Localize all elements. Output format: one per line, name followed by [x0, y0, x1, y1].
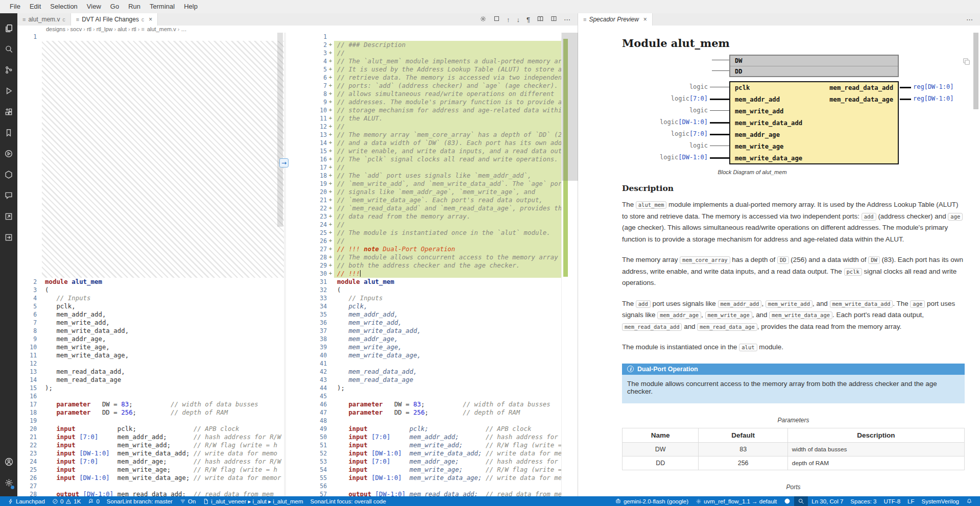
code-line[interactable]: 24+// — [286, 221, 561, 229]
code-line[interactable]: 14 mem_read_data_age — [17, 376, 284, 384]
code-line[interactable]: 35 mem_addr_add, — [286, 310, 561, 319]
code-line[interactable]: 1 — [286, 33, 561, 41]
code-line[interactable]: 16+// The `pclk` signal clocks all read … — [286, 155, 561, 163]
code-line[interactable]: 3( — [17, 286, 284, 294]
code-line[interactable]: 21+// `mem_write_data_age`. Each port's … — [286, 196, 561, 204]
breadcrumb-item[interactable]: rtl — [87, 26, 91, 32]
settings-icon[interactable] — [480, 15, 487, 24]
uvm-flow-config[interactable]: uvm_ref_flow_1.1 → default — [692, 496, 780, 506]
code-line[interactable]: 19+// `mem_write_add`, and `mem_write_da… — [286, 180, 561, 188]
code-line[interactable]: 30+// !!! — [286, 270, 561, 278]
scrollbar-thumb[interactable] — [277, 33, 283, 227]
breadcrumb-item[interactable]: alut — [117, 26, 127, 32]
code-line[interactable]: 53 input [7:0] mem_addr_age; // hash add… — [286, 457, 561, 466]
code-line[interactable]: 40 mem_write_data_age, — [286, 351, 561, 359]
close-icon[interactable]: × — [149, 16, 152, 23]
code-line[interactable]: 46 parameter DW = 83; // width of data b… — [286, 400, 561, 408]
menu-item-terminal[interactable]: Terminal — [145, 0, 179, 13]
code-line[interactable]: 48 — [286, 417, 561, 425]
scrollbar-thumb[interactable] — [562, 33, 578, 181]
code-line[interactable]: 14+// and a data width of `DW` (83). Eac… — [286, 139, 561, 147]
code-line[interactable]: 23+// data read from the memory array. — [286, 212, 561, 221]
breadcrumb-item[interactable]: rtl — [132, 26, 136, 32]
sonarlint-toggle[interactable]: On — [176, 496, 199, 506]
code-line[interactable]: 12+// — [286, 123, 561, 131]
code-line[interactable]: 38 mem_addr_age, — [286, 335, 561, 343]
dvt-verification-icon[interactable] — [0, 164, 17, 185]
more-actions-icon[interactable]: ⋯ — [966, 13, 980, 26]
tab-alut-mem[interactable]: ≡ alut_mem.v c — [17, 13, 71, 26]
code-line[interactable]: 56 — [286, 482, 561, 490]
code-line[interactable]: 18 parameter DD = 256; // depth of RAM — [17, 408, 284, 417]
menu-item-run[interactable]: Run — [124, 0, 145, 13]
code-line[interactable]: 13 mem_read_data_add, — [17, 368, 284, 376]
code-line[interactable]: 15+// write enable, and write data input… — [286, 147, 561, 155]
whitespace-icon[interactable]: ¶ — [527, 16, 530, 23]
code-line[interactable]: 16 — [17, 392, 284, 400]
search-icon[interactable] — [0, 38, 17, 59]
code-line[interactable]: 2+// ### Description — [286, 41, 561, 49]
dvt-flow-icon[interactable] — [0, 227, 17, 248]
menu-item-help[interactable]: Help — [179, 0, 202, 13]
code-line[interactable]: 11+// the ALUT. — [286, 114, 561, 123]
code-line[interactable]: 10+// storage mechanism for address and … — [286, 106, 561, 114]
ai-model-indicator[interactable]: gemini-2.0-flash (google) — [611, 496, 692, 506]
sonarlint-focus[interactable]: SonarLint focus: overall code — [307, 496, 390, 506]
code-line[interactable]: 47 parameter DD = 256; // depth of RAM — [286, 408, 561, 417]
code-line[interactable]: 23 input [DW-1:0] mem_write_data_add; //… — [17, 449, 284, 457]
code-line[interactable]: 27+// !!! note Dual-Port Operation — [286, 245, 561, 253]
code-line[interactable]: 2module alut_mem — [17, 278, 284, 286]
code-line[interactable]: 11 mem_write_data_age, — [17, 351, 284, 359]
compare-icon[interactable] — [493, 15, 500, 23]
dvt-trace-icon[interactable] — [0, 206, 17, 227]
code-line[interactable]: 5+// It is used by the Address Lookup Ta… — [286, 65, 561, 74]
code-line[interactable]: 12 — [17, 359, 284, 368]
code-line[interactable]: 6+// retrieve data. The memory is access… — [286, 74, 561, 82]
code-line[interactable]: 18+// The `add` port uses signals like `… — [286, 172, 561, 180]
code-line[interactable]: 34 pclk, — [286, 302, 561, 310]
code-line[interactable]: 54 input mem_write_age; // R/W flag (wri… — [286, 466, 561, 474]
comments-icon[interactable] — [0, 185, 17, 206]
breadcrumb-item[interactable]: socv — [70, 26, 82, 32]
code-line[interactable]: 25+// The module is instantiated once in… — [286, 229, 561, 237]
code-line[interactable]: 55 input [DW-1:0] mem_write_data_age; //… — [286, 474, 561, 482]
notifications-muted-indicator[interactable]: 0 — [84, 496, 103, 506]
breadcrumb-item[interactable]: alut_mem.v — [147, 26, 176, 32]
code-line[interactable]: 26+// — [286, 237, 561, 245]
bookmarks-icon[interactable] — [0, 122, 17, 143]
code-line[interactable]: 22 input mem_write_add; // R/W flag (wri… — [17, 441, 284, 449]
code-line[interactable]: 27 — [17, 482, 284, 490]
run-debug-icon[interactable] — [0, 80, 17, 101]
code-line[interactable]: 1 — [17, 33, 284, 41]
code-line[interactable]: 3+// — [286, 49, 561, 57]
code-line[interactable]: 37 mem_write_data_add, — [286, 327, 561, 335]
more-actions-icon[interactable]: ⋯ — [564, 16, 570, 23]
breadcrumb-item[interactable]: rtl_lpw — [97, 26, 113, 32]
eol-setting[interactable]: LF — [904, 496, 918, 506]
code-line[interactable]: 4+// The `alut_mem` module implements a … — [286, 57, 561, 65]
code-line[interactable]: 26 input [DW-1:0] mem_write_data_age; //… — [17, 474, 284, 482]
code-line[interactable]: 17+// — [286, 163, 561, 172]
tab-specador-preview[interactable]: ≡ Specador Preview × — [578, 13, 653, 26]
code-line[interactable]: 50 input [7:0] mem_addr_add; // hash add… — [286, 433, 561, 441]
menu-item-edit[interactable]: Edit — [25, 0, 45, 13]
code-line[interactable]: 13+// The memory array `mem_core_array` … — [286, 131, 561, 139]
indentation-setting[interactable]: Spaces: 3 — [847, 496, 880, 506]
code-line[interactable]: 24 input [7:0] mem_addr_age; // hash add… — [17, 457, 284, 466]
encoding-setting[interactable]: UTF-8 — [880, 496, 904, 506]
dvt-run-icon[interactable] — [0, 143, 17, 164]
overview-ruler[interactable] — [561, 33, 578, 496]
language-mode[interactable]: SystemVerilog — [918, 496, 963, 506]
tab-dvt-ai-file-changes[interactable]: ≡ DVT AI File Changes c × — [71, 13, 158, 26]
bell-icon[interactable] — [963, 496, 976, 506]
panel-scrollbar-thumb[interactable] — [973, 33, 978, 109]
code-line[interactable]: 28+// The module allows concurrent acces… — [286, 253, 561, 261]
code-line[interactable]: 57 output [DW-1:0] mem_read_data_add; //… — [286, 490, 561, 496]
menu-item-selection[interactable]: Selection — [45, 0, 82, 13]
code-line[interactable]: 42 mem_read_data_add, — [286, 368, 561, 376]
code-line[interactable]: 9 mem_addr_age, — [17, 335, 284, 343]
code-line[interactable]: 20+// signals like `mem_addr_age`, `mem_… — [286, 188, 561, 196]
problems-indicator[interactable]: 0 1K — [49, 496, 84, 506]
breadcrumb-item[interactable]: … — [181, 26, 186, 32]
code-line[interactable]: 7+// ports: `add` (address checker) and … — [286, 82, 561, 90]
